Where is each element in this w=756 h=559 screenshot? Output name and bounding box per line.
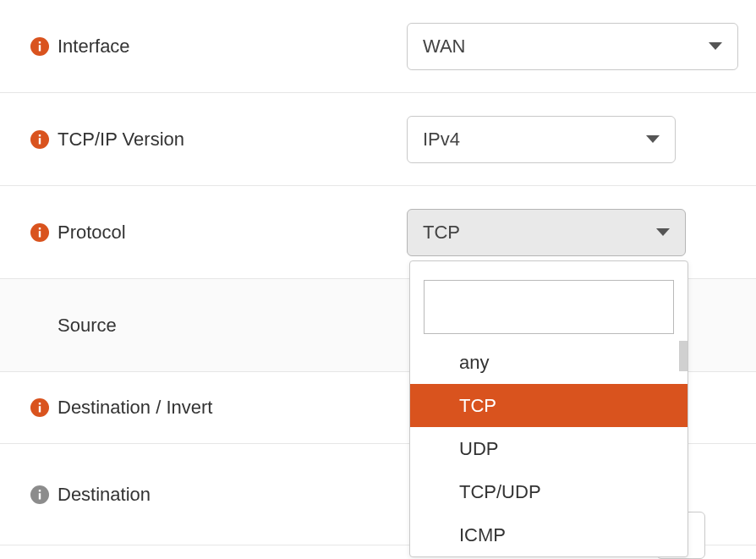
dropdown-option-label: UDP (459, 438, 498, 460)
dropdown-search-wrap (410, 261, 688, 341)
label-cell-source: Source (30, 315, 407, 337)
label-destination: Destination (58, 484, 151, 506)
control-cell-version: IPv4 (407, 116, 731, 163)
svg-rect-13 (39, 493, 41, 499)
svg-rect-2 (39, 41, 41, 43)
row-interface: Interface WAN (0, 0, 756, 93)
label-cell-destination: Destination (30, 484, 407, 506)
label-cell-interface: Interface (30, 36, 407, 58)
dropdown-option-tcpudp[interactable]: TCP/UDP (410, 470, 688, 513)
info-icon[interactable] (30, 223, 49, 242)
svg-rect-1 (39, 45, 41, 51)
chevron-down-icon (646, 135, 660, 143)
dropdown-option-tcp[interactable]: TCP (410, 384, 688, 427)
dropdown-option-udp[interactable]: UDP (410, 427, 688, 470)
select-version[interactable]: IPv4 (407, 116, 676, 163)
select-protocol-value: TCP (423, 222, 460, 244)
chevron-down-icon (656, 228, 670, 236)
label-version: TCP/IP Version (58, 129, 184, 151)
svg-rect-11 (39, 403, 41, 404)
select-interface[interactable]: WAN (407, 23, 738, 70)
svg-rect-7 (39, 231, 41, 237)
dropdown-option-icmp[interactable]: ICMP (410, 513, 688, 556)
dropdown-option-label: TCP/UDP (459, 481, 541, 503)
svg-rect-10 (39, 406, 41, 412)
scrollbar-thumb[interactable] (679, 341, 688, 371)
dropdown-option-label: ICMP (459, 524, 506, 546)
label-source: Source (58, 315, 117, 337)
chevron-down-icon (709, 42, 722, 50)
label-protocol: Protocol (58, 222, 126, 244)
select-interface-value: WAN (423, 36, 466, 58)
info-icon[interactable] (30, 485, 49, 504)
select-version-value: IPv4 (423, 129, 460, 151)
info-icon[interactable] (30, 37, 49, 56)
info-icon[interactable] (30, 130, 49, 149)
control-cell-protocol: TCP (407, 209, 731, 256)
row-version: TCP/IP Version IPv4 (0, 93, 756, 186)
label-cell-version: TCP/IP Version (30, 129, 407, 151)
svg-rect-4 (39, 138, 41, 144)
select-protocol[interactable]: TCP (407, 209, 686, 256)
label-cell-destinvert: Destination / Invert (30, 397, 407, 419)
dropdown-options: any TCP UDP TCP/UDP ICMP (410, 341, 688, 556)
svg-rect-5 (39, 134, 41, 136)
svg-rect-8 (39, 227, 41, 229)
dropdown-option-label: any (459, 352, 489, 374)
label-destinvert: Destination / Invert (58, 397, 212, 419)
control-cell-interface: WAN (407, 23, 738, 70)
svg-rect-14 (39, 490, 41, 491)
dropdown-search-input[interactable] (424, 280, 674, 334)
info-icon[interactable] (30, 398, 49, 417)
label-interface: Interface (58, 36, 130, 58)
protocol-dropdown: any TCP UDP TCP/UDP ICMP (409, 260, 688, 557)
label-cell-protocol: Protocol (30, 222, 407, 244)
dropdown-option-any[interactable]: any (410, 341, 688, 384)
dropdown-option-label: TCP (459, 395, 496, 417)
